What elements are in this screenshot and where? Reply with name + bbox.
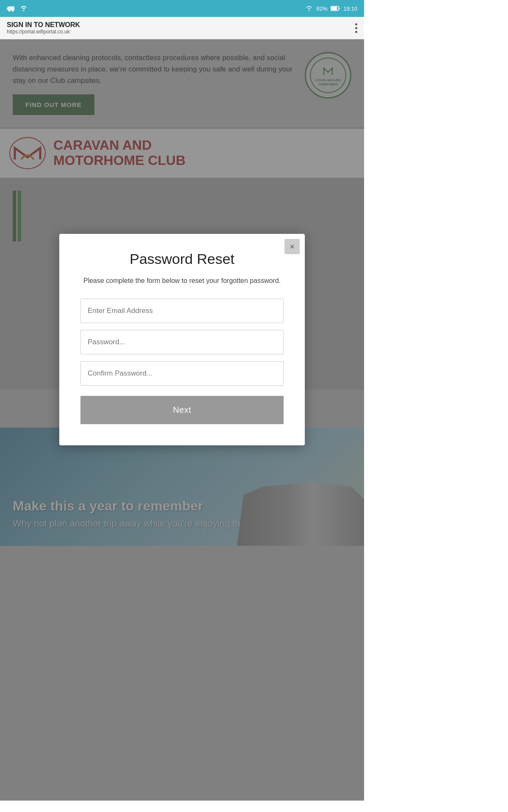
next-button[interactable]: Next bbox=[80, 396, 284, 424]
svg-point-5 bbox=[309, 10, 309, 11]
svg-point-2 bbox=[8, 10, 10, 12]
browser-menu-button[interactable] bbox=[355, 23, 357, 33]
signal-icon bbox=[305, 5, 313, 11]
wifi-icon bbox=[19, 5, 28, 12]
svg-rect-8 bbox=[339, 8, 340, 9]
svg-point-4 bbox=[23, 10, 25, 11]
page-content: With enhanced cleaning protocols, contac… bbox=[0, 39, 364, 801]
password-reset-modal: × Password Reset Please complete the for… bbox=[59, 234, 305, 445]
battery-icon bbox=[331, 6, 340, 11]
email-input[interactable] bbox=[80, 299, 284, 323]
browser-url: https://portal.wifiportal.co.uk bbox=[7, 29, 80, 35]
browser-title: SIGN IN TO NETWORK bbox=[7, 21, 80, 29]
svg-point-3 bbox=[12, 10, 14, 12]
password-input[interactable] bbox=[80, 330, 284, 354]
confirm-password-input[interactable] bbox=[80, 361, 284, 386]
modal-subtitle: Please complete the form below to reset … bbox=[80, 276, 284, 286]
status-bar-right: 82% 19:10 bbox=[305, 5, 357, 12]
time-display: 19:10 bbox=[343, 5, 357, 12]
modal-overlay: × Password Reset Please complete the for… bbox=[0, 39, 364, 801]
svg-rect-1 bbox=[7, 8, 8, 10]
modal-title: Password Reset bbox=[80, 251, 284, 267]
status-bar-left bbox=[7, 5, 28, 12]
status-bar: 82% 19:10 bbox=[0, 0, 364, 17]
battery-percentage: 82% bbox=[316, 5, 327, 12]
svg-rect-0 bbox=[8, 6, 14, 11]
modal-close-button[interactable]: × bbox=[284, 239, 300, 254]
caravan-icon bbox=[7, 5, 16, 12]
browser-bar: SIGN IN TO NETWORK https://portal.wifipo… bbox=[0, 17, 364, 39]
svg-rect-7 bbox=[331, 7, 337, 10]
